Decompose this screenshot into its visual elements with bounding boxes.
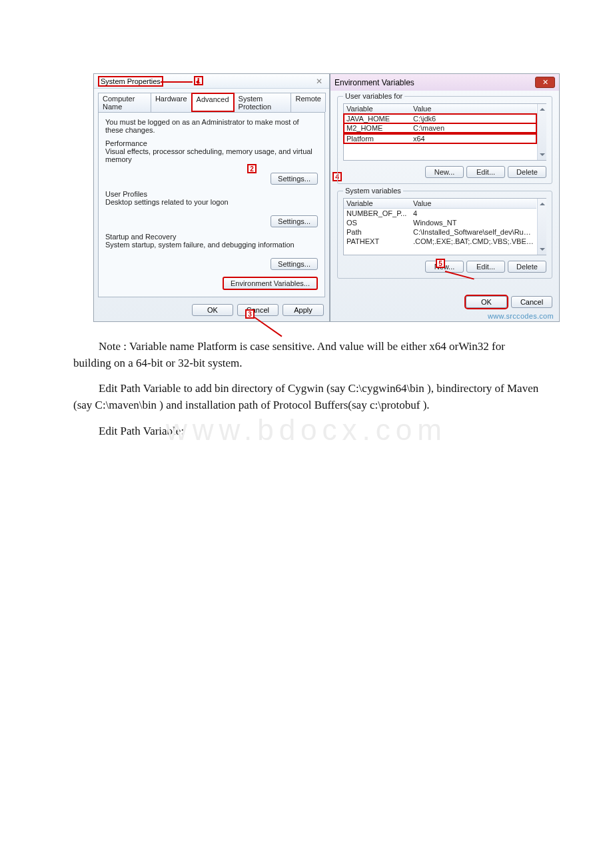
list-item[interactable]: Platform x64 <box>344 134 536 143</box>
annotation-arrow-1 <box>161 81 193 83</box>
list-item[interactable]: PATHEXT .COM;.EXE;.BAT;.CMD;.VBS;.VBE;.J… <box>344 237 536 246</box>
col-value: Value <box>413 199 534 207</box>
sys-delete-button[interactable]: Delete <box>508 261 546 273</box>
annotation-marker-5: 5 <box>436 259 445 268</box>
list-item[interactable]: NUMBER_OF_P... 4 <box>344 209 536 218</box>
tab-computer-name[interactable]: Computer Name <box>98 93 151 112</box>
user-delete-button[interactable]: Delete <box>508 166 546 178</box>
env-footer: OK Cancel <box>330 292 559 313</box>
system-variables-legend: System variables <box>343 187 403 195</box>
list-item[interactable]: Path C:\Installed_Software\self_dev\Ruby… <box>344 227 536 237</box>
user-variables-group: User variables for Variable Value JAVA_H… <box>337 96 552 184</box>
path-instruction-paragraph: Edit Path Variable to add bin directory … <box>73 381 540 413</box>
scrollbar[interactable] <box>537 104 546 160</box>
col-variable: Variable <box>346 105 413 113</box>
system-variables-list[interactable]: Variable Value NUMBER_OF_P... 4 OS Windo… <box>343 198 546 255</box>
env-watermark: www.srccodes.com <box>488 312 554 320</box>
env-title: Environment Variables <box>334 78 414 87</box>
user-variables-list[interactable]: Variable Value JAVA_HOME C:\jdk6 M2_HOME… <box>343 103 546 161</box>
cancel-button[interactable]: Cancel <box>237 304 279 316</box>
apply-button[interactable]: Apply <box>283 304 324 316</box>
env-cancel-button[interactable]: Cancel <box>511 296 552 308</box>
list-item[interactable]: M2_HOME C:\maven <box>344 123 536 133</box>
env-titlebar: Environment Variables ✕ <box>330 74 559 91</box>
close-icon[interactable]: ✕ <box>313 77 325 86</box>
list-header: Variable Value <box>344 199 536 209</box>
sysprops-footer: OK Cancel Apply <box>94 297 329 316</box>
environment-variables-dialog: Environment Variables ✕ 4 User variables… <box>330 73 560 322</box>
tab-system-protection[interactable]: System Protection <box>234 93 292 112</box>
admin-note: You must be logged on as an Administrato… <box>105 118 318 134</box>
startup-settings-button[interactable]: Settings... <box>271 258 318 270</box>
sysprops-tabs: Computer Name Hardware Advanced System P… <box>94 89 329 112</box>
env-ok-button[interactable]: OK <box>466 296 507 308</box>
ok-button[interactable]: OK <box>192 304 233 316</box>
tab-remote[interactable]: Remote <box>291 93 326 112</box>
close-icon[interactable]: ✕ <box>535 77 555 88</box>
user-variables-legend: User variables for <box>343 92 404 100</box>
tab-advanced[interactable]: Advanced <box>191 93 235 112</box>
scrollbar[interactable] <box>537 199 546 255</box>
list-item[interactable] <box>344 133 536 134</box>
list-item[interactable]: JAVA_HOME C:\jdk6 <box>344 114 536 123</box>
col-value: Value <box>413 105 534 113</box>
edit-path-heading: Edit Path Variable: <box>73 423 540 440</box>
performance-settings-button[interactable]: Settings... <box>271 173 318 185</box>
sysprops-title: System Properties <box>98 76 163 87</box>
note-paragraph: Note : Variable name Platform is case se… <box>73 339 540 371</box>
annotation-arrow-3 <box>254 317 282 337</box>
user-profiles-title: User Profiles <box>105 190 318 198</box>
document-text: Note : Variable name Platform is case se… <box>27 339 586 439</box>
system-properties-dialog: System Properties 1 ✕ Computer Name Hard… <box>93 73 330 322</box>
annotation-marker-2: 2 <box>247 164 257 173</box>
startup-title: Startup and Recovery <box>105 233 318 241</box>
startup-desc: System startup, system failure, and debu… <box>105 241 318 249</box>
col-variable: Variable <box>346 199 413 207</box>
sysprops-titlebar: System Properties 1 ✕ <box>94 74 329 89</box>
user-profiles-desc: Desktop settings related to your logon <box>105 198 318 206</box>
performance-desc: Visual effects, processor scheduling, me… <box>105 147 318 163</box>
list-item[interactable]: OS Windows_NT <box>344 218 536 227</box>
user-profiles-settings-button[interactable]: Settings... <box>271 215 318 227</box>
performance-title: Performance <box>105 139 318 147</box>
user-new-button[interactable]: New... <box>425 166 464 178</box>
sysprops-tab-body: You must be logged on as an Administrato… <box>98 112 325 297</box>
sys-edit-button[interactable]: Edit... <box>466 261 505 273</box>
annotation-marker-3: 3 <box>245 309 255 319</box>
tab-hardware[interactable]: Hardware <box>151 93 192 112</box>
list-header: Variable Value <box>344 104 536 114</box>
environment-variables-button[interactable]: Environment Variables... <box>223 277 318 290</box>
user-edit-button[interactable]: Edit... <box>466 166 505 178</box>
